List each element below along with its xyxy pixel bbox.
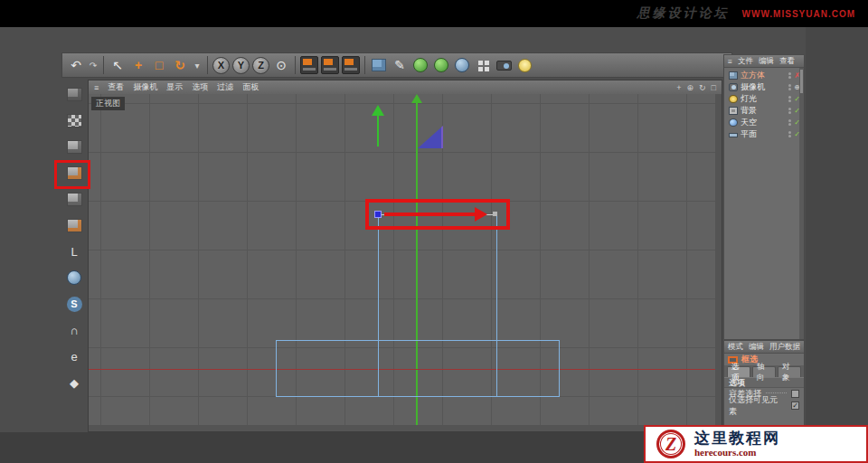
object-name[interactable]: 立方体 bbox=[741, 70, 765, 81]
om-menu-file[interactable]: 文件 bbox=[738, 56, 753, 67]
attribute-tabs: 选项 轴向 对象 bbox=[724, 365, 804, 377]
viewport-canvas[interactable]: 正视图 bbox=[89, 94, 722, 431]
tab-object[interactable]: 对象 bbox=[778, 366, 801, 377]
camera-object-icon bbox=[729, 83, 738, 91]
array-icon bbox=[478, 61, 483, 65]
attribute-menubar: 模式 编辑 用户数据 bbox=[724, 341, 804, 354]
rotate-tool-icon[interactable]: ↻ bbox=[170, 55, 190, 75]
make-editable-button[interactable] bbox=[62, 83, 86, 105]
visibility-dots-icon[interactable] bbox=[788, 119, 791, 126]
object-row-light[interactable]: 灯光 ✓ bbox=[724, 93, 804, 105]
toolbar-separator bbox=[364, 56, 365, 74]
move-handle-y-arrow[interactable] bbox=[372, 105, 384, 146]
texture-mode-button[interactable] bbox=[62, 136, 86, 157]
scale-tool-icon[interactable]: □ bbox=[149, 55, 169, 75]
workplane-icon[interactable]: ◆ bbox=[62, 372, 86, 393]
zoom-icon[interactable]: ⊕ bbox=[686, 83, 693, 92]
coordinate-system-icon[interactable]: ⊙ bbox=[271, 55, 291, 75]
object-name[interactable]: 摄像机 bbox=[741, 81, 765, 93]
point-mode-icon bbox=[67, 219, 82, 232]
lock-x-button[interactable]: X bbox=[212, 57, 230, 74]
object-row-cube[interactable]: 立方体 ✗ bbox=[724, 70, 804, 81]
render-settings-button[interactable] bbox=[342, 56, 360, 74]
redo-icon[interactable]: ↷ bbox=[87, 55, 99, 75]
cube-object-icon bbox=[729, 71, 738, 80]
viewport-menu-display[interactable]: 显示 bbox=[166, 81, 183, 93]
axis-mode-icon[interactable]: L bbox=[62, 241, 86, 262]
maximize-icon[interactable]: □ bbox=[712, 83, 716, 92]
viewport-horizontal-scrollbar[interactable] bbox=[89, 425, 715, 431]
add-cube-button[interactable] bbox=[369, 55, 389, 75]
visibility-dots-icon[interactable] bbox=[788, 84, 791, 90]
move-tool-icon[interactable]: + bbox=[128, 55, 148, 75]
tolerance-checkbox[interactable] bbox=[791, 390, 799, 398]
last-tool-dropdown-icon[interactable]: ▾ bbox=[191, 55, 203, 75]
pen-tool-icon[interactable]: ✎ bbox=[390, 55, 410, 75]
visibility-dots-icon[interactable] bbox=[788, 131, 791, 137]
visibility-dots-icon[interactable] bbox=[788, 72, 791, 79]
polygon-mode-icon bbox=[67, 193, 82, 206]
model-mode-button[interactable] bbox=[62, 109, 86, 131]
make-editable-icon bbox=[67, 88, 82, 101]
orbit-icon[interactable]: ↻ bbox=[699, 83, 706, 92]
pan-icon[interactable]: + bbox=[676, 83, 681, 92]
mograph-button[interactable] bbox=[410, 55, 430, 75]
object-row-sky[interactable]: 天空 ✓ bbox=[724, 117, 804, 128]
scrollbar-thumb[interactable] bbox=[800, 70, 803, 93]
render-picture-viewer-button[interactable] bbox=[321, 56, 339, 74]
magnet-icon[interactable]: ∩ bbox=[62, 319, 86, 341]
om-grid-icon[interactable]: ≡ bbox=[728, 57, 732, 66]
camera-icon bbox=[496, 61, 512, 71]
snap-icon: S bbox=[67, 297, 82, 312]
viewport-menu-filter[interactable]: 过滤 bbox=[217, 81, 233, 93]
om-menu-edit[interactable]: 编辑 bbox=[759, 56, 774, 67]
am-menu-userdata[interactable]: 用户数据 bbox=[769, 342, 800, 353]
plane-wireframe[interactable] bbox=[276, 340, 560, 397]
right-gutter bbox=[806, 27, 868, 432]
viewport-menu-view[interactable]: 查看 bbox=[108, 81, 124, 93]
polygon-mode-button[interactable] bbox=[62, 188, 86, 210]
background-object-icon bbox=[729, 107, 738, 115]
viewport-menu-cameras[interactable]: 摄像机 bbox=[133, 81, 157, 93]
mesh-check-icon[interactable]: e bbox=[62, 345, 86, 367]
object-name[interactable]: 背景 bbox=[741, 105, 757, 117]
viewport-menu-panel[interactable]: 面板 bbox=[242, 81, 259, 93]
visibility-dots-icon[interactable] bbox=[788, 108, 791, 114]
viewport[interactable]: ≡ 查看 摄像机 显示 选项 过滤 面板 + ⊕ ↻ □ 正视图 bbox=[88, 80, 722, 432]
spline-edit-button[interactable] bbox=[62, 267, 86, 288]
tab-options[interactable]: 选项 bbox=[727, 366, 750, 377]
object-row-plane[interactable]: 平面 ✓ bbox=[724, 128, 804, 140]
lock-z-button[interactable]: Z bbox=[252, 57, 269, 74]
object-row-background[interactable]: 背景 ✓ bbox=[724, 105, 804, 117]
object-name[interactable]: 平面 bbox=[741, 128, 757, 140]
texture-mode-icon bbox=[67, 140, 82, 154]
am-menu-edit[interactable]: 编辑 bbox=[749, 342, 764, 353]
object-row-camera[interactable]: 摄像机 ⊕ bbox=[724, 81, 804, 93]
viewport-nav-icons: + ⊕ ↻ □ bbox=[676, 83, 716, 92]
environment-button[interactable] bbox=[452, 55, 472, 75]
viewport-menu-options[interactable]: 选项 bbox=[192, 81, 208, 93]
light-button[interactable] bbox=[514, 55, 534, 75]
render-view-button[interactable] bbox=[300, 56, 318, 74]
visibility-dots-icon[interactable] bbox=[788, 96, 791, 102]
lock-y-button[interactable]: Y bbox=[232, 57, 250, 74]
object-manager-scrollbar[interactable] bbox=[799, 68, 804, 339]
simulation-button[interactable] bbox=[431, 55, 451, 75]
viewport-vertical-scrollbar[interactable] bbox=[715, 94, 722, 425]
undo-icon[interactable]: ↶ bbox=[66, 55, 86, 75]
point-mode-button[interactable] bbox=[62, 214, 86, 236]
camera-button[interactable] bbox=[494, 55, 514, 75]
object-name[interactable]: 天空 bbox=[741, 117, 757, 128]
am-menu-mode[interactable]: 模式 bbox=[728, 342, 743, 353]
visible-only-checkbox[interactable]: ✓ bbox=[791, 402, 799, 410]
array-button[interactable] bbox=[473, 55, 493, 75]
object-name[interactable]: 灯光 bbox=[741, 93, 757, 105]
live-selection-icon[interactable]: ↖ bbox=[108, 55, 127, 75]
tab-axis[interactable]: 轴向 bbox=[752, 366, 776, 377]
move-handle-plane[interactable] bbox=[418, 126, 443, 148]
snap-button[interactable]: S bbox=[62, 293, 86, 315]
view-label[interactable]: 正视图 bbox=[91, 97, 125, 110]
viewport-layout-icon[interactable]: ≡ bbox=[94, 83, 99, 92]
om-menu-view[interactable]: 查看 bbox=[779, 56, 795, 67]
dotted-leader bbox=[766, 392, 787, 393]
